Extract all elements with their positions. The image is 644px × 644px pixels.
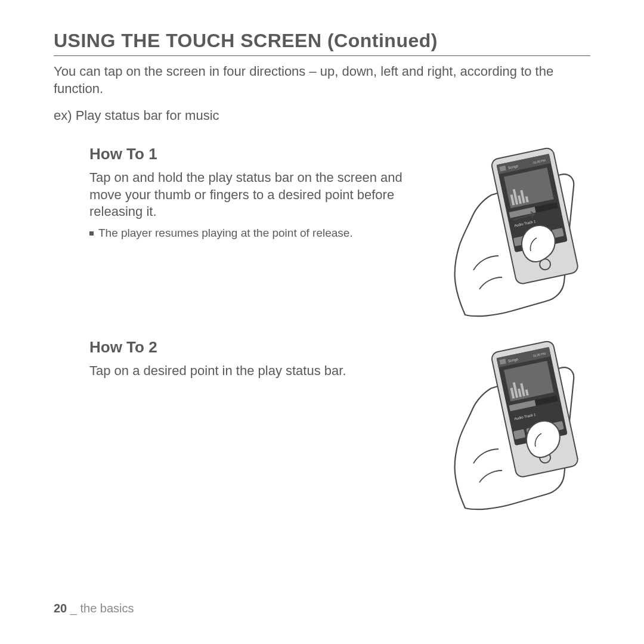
howto-1-body: Tap on and hold the play status bar on t… bbox=[89, 169, 427, 221]
page-number: 20 bbox=[54, 602, 67, 615]
footer-section: the basics bbox=[80, 602, 134, 615]
howto-2-section: How To 2 Tap on a desired point in the p… bbox=[54, 338, 590, 511]
howto-1-illustration: Songs 01:30 PM Audio Track 1 bbox=[441, 145, 590, 318]
howto-2-body: Tap on a desired point in the play statu… bbox=[89, 363, 427, 380]
example-text: ex) Play status bar for music bbox=[54, 108, 590, 123]
howto-1-bullet: The player resumes playing at the point … bbox=[89, 227, 427, 240]
howto-2-illustration: Songs 01:30 PM Audio Track 1 bbox=[441, 338, 590, 511]
intro-text: You can tap on the screen in four direct… bbox=[54, 63, 590, 97]
howto-1-bullet-text: The player resumes playing at the point … bbox=[98, 227, 353, 240]
howto-2-heading: How To 2 bbox=[89, 338, 427, 357]
howto-1-heading: How To 1 bbox=[89, 145, 427, 163]
page-footer: 20 _ the basics bbox=[54, 602, 134, 615]
footer-separator: _ bbox=[67, 602, 80, 615]
howto-1-section: How To 1 Tap on and hold the play status… bbox=[54, 145, 590, 318]
page-title: USING THE TOUCH SCREEN (Continued) bbox=[54, 30, 590, 56]
bullet-square-icon bbox=[89, 231, 94, 236]
